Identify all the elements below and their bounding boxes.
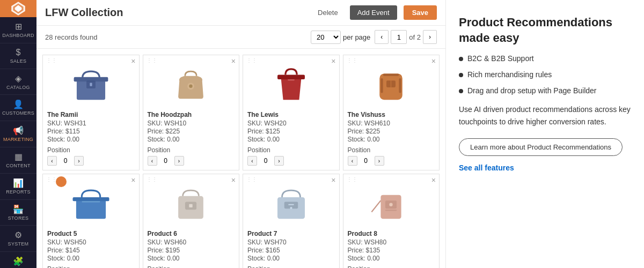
product-card: ⋮⋮ × Product 8 SKU: WSH80 Price: $135 St… — [343, 174, 440, 268]
product-name: The Hoodzpah — [148, 111, 235, 118]
drag-handle[interactable]: ⋮⋮ — [46, 176, 57, 182]
bullet-icon — [459, 73, 463, 77]
card-close-button[interactable]: × — [331, 176, 335, 184]
add-event-button[interactable]: Add Event — [350, 5, 397, 20]
position-label: Position — [348, 265, 435, 268]
svg-rect-3 — [90, 83, 92, 86]
delete-button[interactable]: Delete — [312, 5, 343, 20]
sidebar-item-label: Marketing — [3, 137, 33, 143]
sidebar-item-sales[interactable]: $ Sales — [0, 43, 36, 69]
sidebar: ⊞ Dashboard $ Sales ◈ Catalog 👤 Customer… — [0, 0, 36, 268]
position-decrement-button[interactable]: ‹ — [47, 156, 57, 166]
drag-handle[interactable]: ⋮⋮ — [147, 176, 157, 182]
svg-rect-13 — [399, 78, 401, 93]
card-close-button[interactable]: × — [231, 176, 236, 184]
position-label: Position — [148, 265, 235, 268]
sales-icon: $ — [16, 48, 21, 57]
sidebar-item-customers[interactable]: 👤 Customers — [0, 95, 36, 121]
content-icon: ▦ — [14, 152, 23, 162]
feature-text: B2C & B2B Support — [467, 54, 534, 63]
position-control: ‹ 0 › — [47, 156, 135, 166]
svg-rect-12 — [381, 78, 383, 93]
marketing-icon: 📢 — [13, 125, 24, 136]
learn-more-button[interactable]: Learn more about Product Recommendations — [459, 138, 623, 156]
per-page-label: per page — [343, 33, 370, 41]
drag-handle[interactable]: ⋮⋮ — [347, 176, 357, 182]
position-increment-button[interactable]: › — [375, 156, 384, 166]
position-decrement-button[interactable]: ‹ — [348, 156, 357, 166]
product-image — [348, 178, 435, 227]
drag-handle[interactable]: ⋮⋮ — [46, 57, 57, 63]
page-number-input[interactable] — [391, 30, 407, 44]
product-sku: SKU: WSH10 — [148, 120, 235, 127]
position-increment-button[interactable]: › — [174, 156, 184, 166]
position-increment-button[interactable]: › — [74, 156, 84, 166]
sidebar-item-reports[interactable]: 📊 Reports — [0, 174, 36, 200]
sidebar-item-partners[interactable]: 🧩 Partners & Extensions — [0, 252, 36, 268]
customers-icon: 👤 — [13, 99, 24, 109]
promo-title: Product Recommendations made easy — [459, 15, 631, 46]
card-close-button[interactable]: × — [231, 57, 236, 65]
sidebar-item-label: Content — [6, 163, 31, 169]
product-price: Price: $125 — [247, 128, 335, 135]
product-image — [47, 59, 135, 108]
product-stock: Stock: 0.00 — [247, 136, 335, 143]
sidebar-item-system[interactable]: ⚙ System — [0, 226, 36, 252]
product-name: Product 8 — [348, 230, 435, 237]
drag-handle[interactable]: ⋮⋮ — [347, 57, 357, 63]
svg-rect-15 — [72, 197, 109, 200]
product-stock: Stock: 0.00 — [247, 255, 335, 262]
product-price: Price: $115 — [47, 128, 135, 135]
bullet-icon — [459, 57, 463, 61]
position-control: ‹ 0 › — [348, 156, 435, 166]
product-stock: Stock: 0.00 — [47, 136, 135, 143]
position-decrement-button[interactable]: ‹ — [247, 156, 257, 166]
card-close-button[interactable]: × — [131, 57, 135, 65]
stores-icon: 🏪 — [13, 204, 24, 214]
next-page-button[interactable]: › — [423, 30, 437, 44]
product-card: ⋮⋮ × Product 5 SKU: WSH50 Price: $145 St… — [42, 174, 140, 268]
right-panel: Product Recommendations made easy B2C & … — [445, 0, 644, 268]
position-increment-button[interactable]: › — [274, 156, 284, 166]
see-all-features-button[interactable]: See all features — [459, 163, 514, 172]
product-image — [247, 178, 335, 227]
product-price: Price: $145 — [47, 247, 135, 254]
prev-page-button[interactable]: ‹ — [375, 30, 389, 44]
card-close-button[interactable]: × — [431, 57, 436, 65]
product-price: Price: $225 — [348, 128, 435, 135]
sidebar-item-catalog[interactable]: ◈ Catalog — [0, 69, 36, 95]
promo-features-list: B2C & B2B SupportRich merchandising rule… — [459, 54, 631, 95]
sidebar-item-content[interactable]: ▦ Content — [0, 147, 36, 174]
position-value: 0 — [259, 157, 272, 165]
position-label: Position — [247, 265, 335, 268]
card-close-button[interactable]: × — [131, 176, 135, 184]
product-sku: SKU: WSH20 — [247, 120, 335, 127]
drag-handle[interactable]: ⋮⋮ — [147, 57, 157, 63]
sidebar-item-dashboard[interactable]: ⊞ Dashboard — [0, 17, 36, 43]
product-card: ⋮⋮ × Product 7 SKU: WSH70 Price: $165 St… — [243, 174, 340, 268]
position-label: Position — [348, 146, 435, 154]
sidebar-item-stores[interactable]: 🏪 Stores — [0, 200, 36, 226]
drag-handle[interactable]: ⋮⋮ — [246, 57, 257, 63]
feature-text: Drag and drop setup with Page Builder — [467, 86, 596, 95]
per-page-control: 20 50 100 per page — [311, 31, 370, 44]
promo-feature-item: Rich merchandising rules — [459, 70, 631, 79]
feature-text: Rich merchandising rules — [467, 70, 552, 79]
position-decrement-button[interactable]: ‹ — [148, 156, 157, 166]
product-image — [247, 59, 335, 108]
svg-rect-28 — [385, 210, 397, 211]
card-close-button[interactable]: × — [331, 57, 335, 65]
svg-rect-19 — [189, 204, 193, 207]
promo-feature-item: B2C & B2B Support — [459, 54, 631, 63]
card-close-button[interactable]: × — [431, 176, 436, 184]
per-page-select[interactable]: 20 50 100 — [311, 31, 341, 44]
product-card: ⋮⋮ × The Hoodzpah SKU: WSH10 Price: $225… — [143, 55, 240, 170]
sidebar-item-marketing[interactable]: 📢 Marketing — [0, 121, 36, 147]
pagination: ‹ of 2 › — [375, 30, 437, 44]
dashboard-icon: ⊞ — [15, 21, 22, 32]
drag-handle[interactable]: ⋮⋮ — [246, 176, 257, 182]
save-button[interactable]: Save — [404, 5, 437, 20]
product-name: The Ramii — [47, 111, 135, 118]
product-name: The Lewis — [247, 111, 335, 118]
svg-rect-6 — [277, 75, 305, 79]
